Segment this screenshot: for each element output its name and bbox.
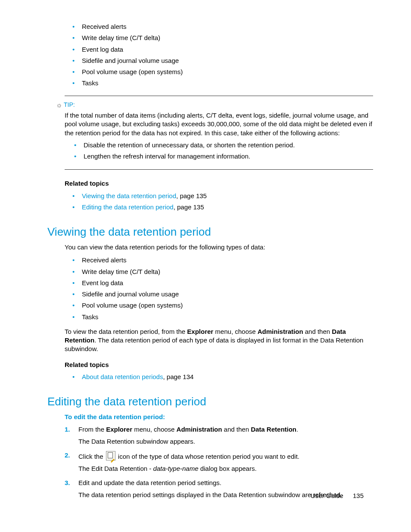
- related-topics-list-1: Viewing the data retention period, page …: [47, 192, 373, 212]
- data-types-list-1: Received alerts Write delay time (C/T de…: [47, 22, 373, 88]
- related-topics-list-2: About data retention periods, page 134: [47, 373, 373, 381]
- page-ref: , page 134: [163, 373, 193, 380]
- list-item: Received alerts: [72, 256, 373, 264]
- intro-paragraph: You can view the data retention periods …: [65, 243, 373, 252]
- edit-icon: [106, 451, 115, 460]
- tip-label: TIP:: [64, 101, 75, 109]
- step-1: From the Explorer menu, choose Administr…: [65, 425, 373, 446]
- view-instruction: To view the data retention period, from …: [65, 327, 373, 354]
- list-item: Pool volume usage (open systems): [72, 301, 373, 310]
- list-item: Disable the retention of unnecessary dat…: [74, 141, 373, 149]
- list-item: Event log data: [72, 279, 373, 287]
- page-footer: User Guide 135: [311, 492, 364, 500]
- list-item: Received alerts: [72, 22, 373, 31]
- section-title-editing: Editing the data retention period: [47, 394, 373, 409]
- tip-callout: ☼ TIP: If the total number of data items…: [65, 96, 373, 170]
- tip-actions-list: Disable the retention of unnecessary dat…: [65, 141, 373, 161]
- footer-label: User Guide: [311, 492, 343, 499]
- list-item: About data retention periods, page 134: [72, 373, 373, 381]
- link-editing-retention[interactable]: Editing the data retention period: [82, 203, 174, 211]
- list-item: Viewing the data retention period, page …: [72, 192, 373, 200]
- list-item: Pool volume usage (open systems): [72, 68, 373, 76]
- list-item: Sidefile and journal volume usage: [72, 56, 373, 65]
- data-types-list-2: Received alerts Write delay time (C/T de…: [47, 256, 373, 321]
- list-item: Sidefile and journal volume usage: [72, 290, 373, 299]
- section-title-viewing: Viewing the data retention period: [47, 224, 373, 240]
- page-ref: , page 135: [176, 192, 207, 199]
- link-about-retention[interactable]: About data retention periods: [82, 373, 163, 380]
- procedure-steps: From the Explorer menu, choose Administr…: [47, 425, 373, 500]
- lightbulb-icon: ☼: [55, 100, 63, 110]
- list-item: Tasks: [72, 79, 373, 87]
- list-item: Event log data: [72, 45, 373, 54]
- procedure-lead: To edit the data retention period:: [65, 413, 373, 421]
- step-result: The Edit Data Retention - data-type-name…: [78, 464, 373, 473]
- tip-text: If the total number of data items (inclu…: [65, 111, 373, 137]
- related-topics-heading-2: Related topics: [65, 361, 373, 369]
- list-item: Write delay time (C/T delta): [72, 34, 373, 42]
- link-viewing-retention[interactable]: Viewing the data retention period: [82, 192, 176, 199]
- page-number: 135: [353, 492, 364, 499]
- list-item: Lengthen the refresh interval for manage…: [74, 152, 373, 161]
- related-topics-heading: Related topics: [65, 179, 373, 188]
- step-result: The Data Retention subwindow appears.: [78, 437, 373, 446]
- page-ref: , page 135: [174, 203, 204, 211]
- list-item: Editing the data retention period, page …: [72, 203, 373, 212]
- step-2: Click the icon of the type of data whose…: [65, 451, 373, 473]
- list-item: Tasks: [72, 313, 373, 321]
- list-item: Write delay time (C/T delta): [72, 268, 373, 276]
